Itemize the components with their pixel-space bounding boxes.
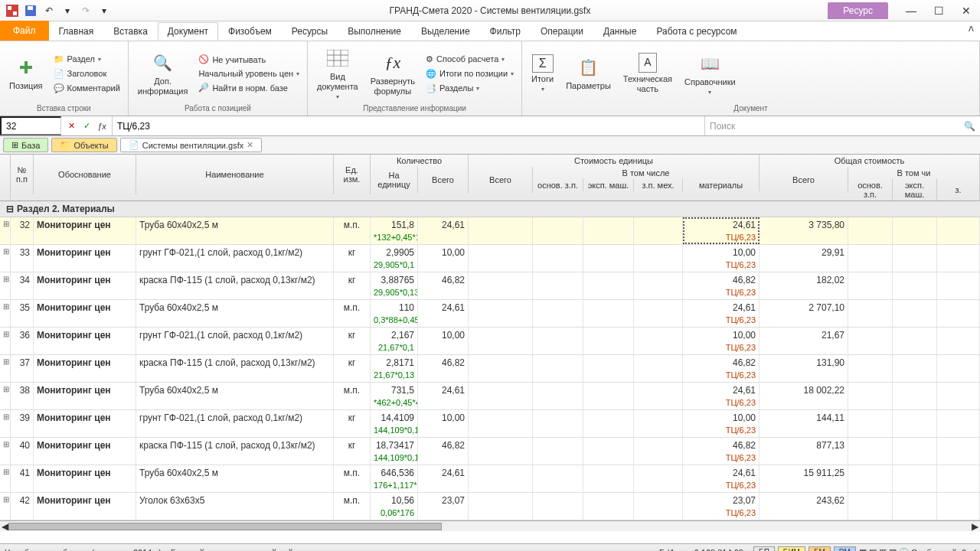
col-z[interactable]: з.	[937, 179, 980, 201]
cell-se-vsego[interactable]	[469, 355, 533, 382]
cell-os-em[interactable]	[893, 465, 937, 492]
doc-tab-base[interactable]: ⊞База	[3, 138, 48, 152]
doc-tab-current[interactable]: 📄Системы вентиляции.gsfx✕	[120, 138, 262, 152]
cell-se-vsego[interactable]	[469, 300, 533, 327]
scroll-right-icon[interactable]: ▶	[972, 521, 978, 532]
cell-num[interactable]: 36	[11, 328, 34, 354]
cell-materials[interactable]: 10,00 ТЦ/6,23	[683, 245, 760, 272]
accept-formula-icon[interactable]: ✓	[80, 121, 93, 131]
cell-name[interactable]: краска ПФ-115 (1 слой, расход 0,13кг/м2)	[136, 272, 334, 299]
cell-ed[interactable]: м.п.	[334, 465, 371, 492]
col-qty[interactable]: Количество	[371, 155, 469, 167]
cell-materials[interactable]: 10,00 ТЦ/6,23	[683, 328, 760, 354]
col-os-ozp[interactable]: основ. з.п.	[848, 179, 893, 201]
cell-os-ozp[interactable]	[848, 410, 893, 437]
cell-name[interactable]: Труба 60х40х2,5 м	[136, 383, 334, 409]
col-os-vsego[interactable]: Всего	[760, 167, 848, 193]
cell-ozp[interactable]	[533, 493, 583, 520]
cell-os-em[interactable]	[893, 493, 937, 520]
cell-total[interactable]: 29,91	[760, 245, 848, 272]
cell-num[interactable]: 34	[11, 272, 34, 299]
cell-zpm[interactable]	[634, 493, 683, 520]
resource-context-tab[interactable]: Ресурс	[828, 2, 888, 19]
cell-total[interactable]: 15 911,25	[760, 465, 848, 492]
cell-em[interactable]	[583, 465, 634, 492]
close-button[interactable]: ✕	[952, 2, 980, 20]
cell-os-ozp[interactable]	[848, 383, 893, 409]
expand-row-icon[interactable]: ⊞	[0, 217, 11, 244]
cell-qty-na[interactable]: 18,73417 144,109*0,13	[371, 438, 418, 465]
cell-qty-vsego[interactable]: 24,61	[418, 383, 469, 409]
zagolovok-button[interactable]: 📄Заголовок	[51, 67, 123, 80]
cell-zpm[interactable]	[634, 328, 683, 354]
ribbon-collapse-icon[interactable]: ᐱ	[969, 24, 974, 33]
cell-materials[interactable]: 46,82 ТЦ/6,23	[683, 272, 760, 299]
cell-se-vsego[interactable]	[469, 217, 533, 244]
table-row[interactable]: ⊞ 36 Мониторинг цен грунт ГФ-021,(1 слой…	[0, 328, 980, 355]
cell-rest[interactable]	[937, 328, 980, 354]
cell-num[interactable]: 35	[11, 300, 34, 327]
cell-name[interactable]: Труба 60х40х2,5 м	[136, 465, 334, 492]
col-qty-na[interactable]: На единицу	[371, 167, 418, 193]
cell-qty-na[interactable]: 3,88765 29,905*0,13	[371, 272, 418, 299]
cancel-formula-icon[interactable]: ✕	[64, 121, 78, 131]
cell-os-em[interactable]	[893, 410, 937, 437]
col-se[interactable]: Стоимость единицы	[469, 155, 760, 167]
col-se-vsego[interactable]: Всего	[469, 167, 533, 193]
razdel-button[interactable]: 📁Раздел	[51, 53, 123, 66]
cell-os-ozp[interactable]	[848, 438, 893, 465]
col-zpm[interactable]: з.п. мех.	[634, 179, 683, 191]
cell-zpm[interactable]	[634, 410, 683, 437]
cell-os-ozp[interactable]	[848, 245, 893, 272]
position-button[interactable]: Позиция	[5, 44, 47, 103]
expand-row-icon[interactable]: ⊞	[0, 465, 11, 492]
col-vtom[interactable]: В том числе	[533, 167, 760, 179]
badge-bm[interactable]: БМ	[808, 546, 831, 551]
cell-obos[interactable]: Мониторинг цен	[34, 355, 136, 382]
cell-total[interactable]: 21,67	[760, 328, 848, 354]
cell-name[interactable]: грунт ГФ-021,(1 слой, расход 0,1кг/м2)	[136, 245, 334, 272]
cell-ozp[interactable]	[533, 438, 583, 465]
cell-obos[interactable]: Мониторинг цен	[34, 272, 136, 299]
cell-se-vsego[interactable]	[469, 245, 533, 272]
tab-vypolnenie[interactable]: Выполнение	[338, 22, 411, 41]
cell-rest[interactable]	[937, 383, 980, 409]
cell-rest[interactable]	[937, 217, 980, 244]
cell-os-ozp[interactable]	[848, 328, 893, 354]
cell-em[interactable]	[583, 493, 634, 520]
tab-file[interactable]: Файл	[0, 21, 49, 41]
cell-num[interactable]: 38	[11, 383, 34, 409]
cell-ozp[interactable]	[533, 383, 583, 409]
tab-operacii[interactable]: Операции	[531, 22, 593, 41]
cell-qty-vsego[interactable]: 46,82	[418, 272, 469, 299]
vid-dokumenta-button[interactable]: Вид документа	[312, 44, 363, 103]
save-icon[interactable]	[23, 3, 38, 18]
cell-ed[interactable]: кг	[334, 438, 371, 465]
cell-zpm[interactable]	[634, 217, 683, 244]
cell-os-ozp[interactable]	[848, 493, 893, 520]
expand-row-icon[interactable]: ⊞	[0, 438, 11, 465]
razvernut-formuly-button[interactable]: ƒx Развернуть формулы	[366, 44, 420, 103]
cell-qty-vsego[interactable]: 10,00	[418, 410, 469, 437]
cell-zpm[interactable]	[634, 245, 683, 272]
cell-ozp[interactable]	[533, 465, 583, 492]
cell-qty-vsego[interactable]: 10,00	[418, 328, 469, 354]
cell-qty-vsego[interactable]: 46,82	[418, 355, 469, 382]
cell-rest[interactable]	[937, 410, 980, 437]
cell-qty-na[interactable]: 110 0,3*88+0,45*88+0,8*44	[371, 300, 418, 327]
table-row[interactable]: ⊞ 37 Мониторинг цен краска ПФ-115 (1 сло…	[0, 355, 980, 383]
cell-materials[interactable]: 10,00 ТЦ/6,23	[683, 410, 760, 437]
cell-rest[interactable]	[937, 355, 980, 382]
cell-qty-vsego[interactable]: 24,61	[418, 300, 469, 327]
redo-icon[interactable]: ↷	[78, 3, 93, 18]
fx-button-icon[interactable]: ƒx	[95, 122, 109, 131]
cell-ed[interactable]: м.п.	[334, 300, 371, 327]
cell-zpm[interactable]	[634, 300, 683, 327]
cell-qty-na[interactable]: 646,536 176+1,117*88+1,01*88	[371, 465, 418, 492]
cell-qty-na[interactable]: 2,8171 21,67*0,13	[371, 355, 418, 382]
cell-zpm[interactable]	[634, 465, 683, 492]
cell-num[interactable]: 33	[11, 245, 34, 272]
cell-total[interactable]: 18 002,22	[760, 383, 848, 409]
expand-row-icon[interactable]: ⊞	[0, 410, 11, 437]
spravochniki-button[interactable]: 📖 Справочники	[680, 44, 740, 103]
